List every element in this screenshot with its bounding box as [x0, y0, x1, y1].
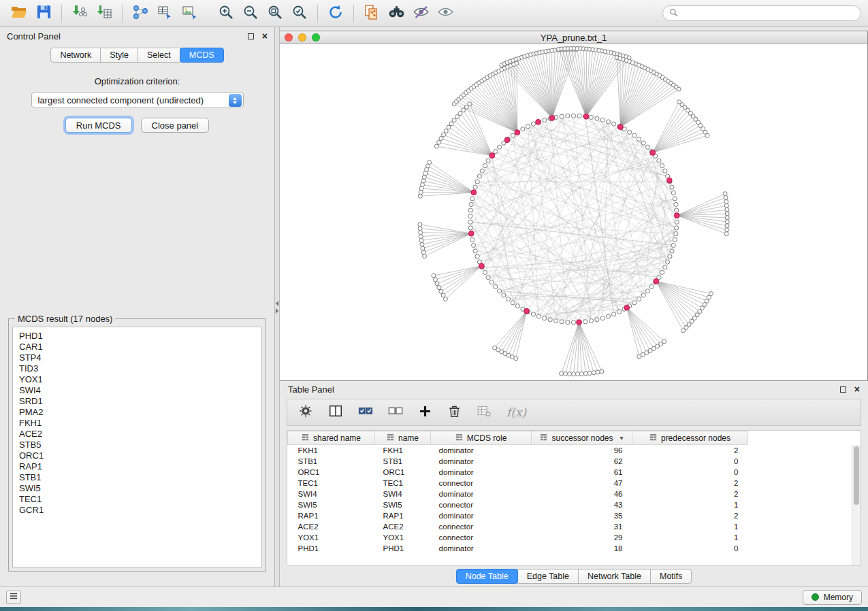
scrollbar-thumb[interactable]	[854, 446, 859, 505]
mcds-result-item[interactable]: CAR1	[19, 342, 261, 352]
find-button[interactable]	[384, 3, 408, 24]
mcds-result-item[interactable]: STB1	[19, 472, 261, 483]
column-header-shared-name[interactable]: shared name	[288, 431, 375, 445]
table-settings-button[interactable]	[298, 403, 313, 421]
share-document-button[interactable]	[359, 3, 384, 24]
table-tab-node-table[interactable]: Node Table	[456, 569, 518, 584]
cell-mcds-role: dominator	[431, 456, 532, 467]
mcds-result-item[interactable]: ORC1	[19, 450, 261, 461]
collapse-right-icon[interactable]	[276, 308, 278, 314]
search-input[interactable]	[682, 9, 854, 18]
mcds-result-item[interactable]: TEC1	[19, 494, 261, 505]
table-row[interactable]: ACE2ACE2connector311	[288, 521, 748, 532]
table-row[interactable]: SWI5SWI5connector431	[288, 499, 748, 510]
close-panel-icon[interactable]: ×	[262, 31, 268, 41]
mcds-result-item[interactable]: SWI4	[19, 385, 261, 396]
table-tab-network-table[interactable]: Network Table	[578, 569, 651, 584]
control-tab-select[interactable]: Select	[138, 48, 180, 63]
cell-shared-name: RAP1	[288, 510, 375, 521]
delete-table-button[interactable]	[477, 403, 492, 421]
float-panel-icon[interactable]	[840, 386, 846, 393]
mcds-result-item[interactable]: TID3	[19, 363, 261, 374]
application-window: Control Panel × NetworkStyleSelectMCDS O…	[0, 0, 868, 611]
float-panel-icon[interactable]	[248, 33, 254, 39]
vertical-splitter[interactable]	[275, 27, 280, 587]
table-panel-header: Table Panel ×	[280, 381, 868, 397]
close-panel-button[interactable]: Close panel	[141, 118, 210, 133]
table-row[interactable]: YOX1YOX1connector291	[288, 532, 748, 543]
cell-mcds-role: connector	[431, 532, 532, 543]
mcds-result-item[interactable]: RAP1	[19, 461, 261, 472]
table-row[interactable]: SWI4SWI4dominator462	[288, 489, 748, 499]
column-header-predecessor-nodes[interactable]: predecessor nodes	[632, 431, 748, 445]
mcds-result-item[interactable]: SWI5	[19, 483, 261, 494]
control-tab-mcds[interactable]: MCDS	[180, 48, 224, 63]
show-details-button[interactable]	[433, 3, 457, 24]
column-header-name[interactable]: name	[375, 431, 431, 445]
mcds-result-item[interactable]: PMA2	[19, 407, 261, 418]
show-columns-button[interactable]	[328, 403, 343, 421]
zoom-out-icon	[242, 4, 259, 23]
cell-shared-name: ORC1	[288, 467, 375, 478]
mcds-result-item[interactable]: PHD1	[19, 331, 261, 342]
mcds-result-item[interactable]: YOX1	[19, 374, 261, 385]
table-row[interactable]: PHD1PHD1dominator180	[288, 543, 748, 554]
node-table-grid: shared namenameMCDS rolesuccessor nodes▾…	[287, 431, 748, 554]
export-image-button[interactable]	[177, 3, 202, 24]
close-panel-icon[interactable]: ×	[854, 384, 860, 394]
column-header-mcds-role[interactable]: MCDS role	[431, 431, 532, 445]
deselect-all-button[interactable]	[388, 403, 403, 421]
trash-icon	[447, 404, 462, 421]
delete-column-button[interactable]	[447, 404, 462, 421]
eye-slash-icon	[413, 3, 430, 23]
task-monitor-button[interactable]	[6, 591, 21, 604]
add-column-button[interactable]	[418, 404, 432, 421]
collapse-left-icon[interactable]	[276, 301, 278, 306]
save-icon	[36, 4, 52, 22]
network-canvas[interactable]	[280, 44, 867, 380]
open-file-button[interactable]	[7, 3, 31, 24]
zoom-selected-button[interactable]	[287, 3, 312, 24]
table-scrollbar[interactable]	[852, 445, 861, 565]
mcds-result-item[interactable]: SRD1	[19, 396, 261, 407]
mcds-result-list[interactable]: PHD1CAR1STP4TID3YOX1SWI4SRD1PMA2FKH1ACE2…	[12, 327, 262, 567]
save-session-button[interactable]	[31, 3, 56, 24]
table-delete-icon	[477, 403, 492, 421]
table-row[interactable]: STB1STB1dominator620	[288, 456, 748, 467]
zoom-out-button[interactable]	[238, 3, 263, 24]
cell-successor-nodes: 62	[532, 456, 632, 467]
chevron-down-icon[interactable]: ▾	[620, 434, 624, 442]
import-network-button[interactable]	[67, 3, 92, 24]
search-box[interactable]	[662, 5, 861, 21]
optimization-criterion-select[interactable]: largest connected component (undirected)	[31, 92, 244, 108]
refresh-layout-button[interactable]	[323, 3, 348, 24]
select-all-button[interactable]	[358, 403, 373, 421]
table-row[interactable]: ORC1ORC1dominator610	[288, 467, 748, 478]
table-row[interactable]: RAP1RAP1dominator352	[288, 510, 748, 521]
control-tab-style[interactable]: Style	[100, 48, 138, 63]
run-mcds-button[interactable]: Run MCDS	[65, 118, 132, 133]
mcds-result-item[interactable]: STP4	[19, 352, 261, 363]
control-panel-tabs: NetworkStyleSelectMCDS	[0, 48, 274, 63]
mcds-result-item[interactable]: STB5	[19, 440, 261, 450]
memory-button[interactable]: Memory	[803, 590, 862, 605]
zoom-fit-button[interactable]	[263, 3, 287, 24]
new-network-button[interactable]	[128, 3, 152, 24]
table-row[interactable]: TEC1TEC1connector472	[288, 478, 748, 489]
function-builder-button[interactable]: f(x)	[507, 406, 526, 419]
zoom-in-button[interactable]	[214, 3, 238, 24]
hide-details-button[interactable]	[408, 3, 433, 24]
network-view[interactable]	[280, 44, 867, 380]
mcds-result-item[interactable]: GCR1	[19, 505, 261, 516]
table-tab-edge-table[interactable]: Edge Table	[517, 569, 579, 584]
memory-label: Memory	[824, 593, 853, 602]
network-table-button[interactable]	[152, 3, 177, 24]
table-tab-motifs[interactable]: Motifs	[650, 569, 692, 584]
import-table-button[interactable]	[92, 3, 116, 24]
mcds-result-item[interactable]: ACE2	[19, 429, 261, 440]
network-window-titlebar[interactable]: YPA_prune.txt_1	[280, 31, 867, 44]
mcds-result-item[interactable]: FKH1	[19, 418, 261, 429]
column-header-successor-nodes[interactable]: successor nodes▾	[532, 431, 632, 445]
control-tab-network[interactable]: Network	[50, 48, 101, 63]
table-row[interactable]: FKH1FKH1dominator962	[288, 445, 748, 456]
